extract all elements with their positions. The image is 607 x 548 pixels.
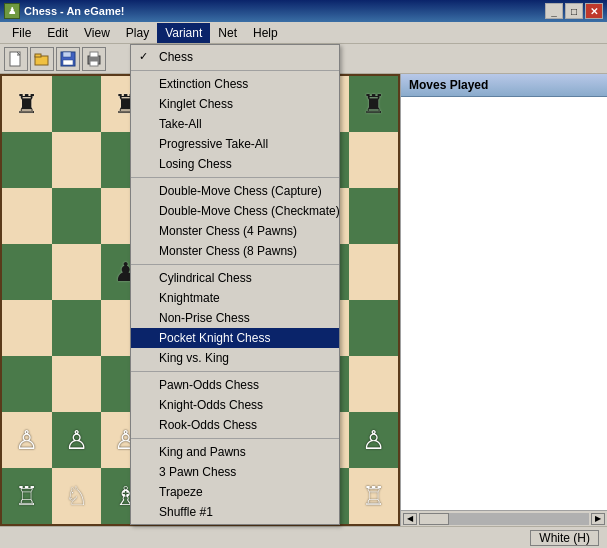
board-cell-1-0[interactable] [2,132,52,188]
menu-separator-5 [131,371,339,372]
variant-item-chess[interactable]: Chess [131,47,339,67]
menu-edit[interactable]: Edit [39,23,76,43]
menu-help[interactable]: Help [245,23,286,43]
variant-item-pawn-odds-chess[interactable]: Pawn-Odds Chess [131,375,339,395]
scroll-thumb[interactable] [419,513,449,525]
open-button[interactable] [30,47,54,71]
board-cell-2-0[interactable] [2,188,52,244]
variant-item-king-vs.-king[interactable]: King vs. King [131,348,339,368]
svg-rect-7 [90,52,98,57]
board-cell-1-1[interactable] [52,132,102,188]
moves-header: Moves Played [401,74,607,97]
svg-rect-2 [35,54,41,57]
moves-content [401,97,607,510]
close-button[interactable]: ✕ [585,3,603,19]
board-cell-3-1[interactable] [52,244,102,300]
variant-item-shuffle-1[interactable]: Shuffle #1 [131,502,339,522]
variant-item-take-all[interactable]: Take-All [131,114,339,134]
variant-item-progressive-take-all[interactable]: Progressive Take-All [131,134,339,154]
status-text: White (H) [530,530,599,546]
print-button[interactable] [82,47,106,71]
board-cell-4-1[interactable] [52,300,102,356]
board-cell-4-7[interactable] [349,300,399,356]
board-cell-0-1[interactable] [52,76,102,132]
horizontal-scrollbar: ◀ ▶ [401,510,607,526]
menu-variant[interactable]: Variant [157,23,210,43]
variant-item-knight-odds-chess[interactable]: Knight-Odds Chess [131,395,339,415]
variant-item-monster-chess-8-pawns[interactable]: Monster Chess (8 Pawns) [131,241,339,261]
maximize-button[interactable]: □ [565,3,583,19]
board-cell-0-7[interactable]: ♜ [349,76,399,132]
board-cell-2-7[interactable] [349,188,399,244]
board-cell-5-1[interactable] [52,356,102,412]
title-bar: ♟ Chess - An eGame! _ □ ✕ [0,0,607,22]
scroll-right-button[interactable]: ▶ [591,513,605,525]
variant-item-double-move-chess-checkmate[interactable]: Double-Move Chess (Checkmate) [131,201,339,221]
variant-item-knightmate[interactable]: Knightmate [131,288,339,308]
window-title: Chess - An eGame! [24,5,124,17]
variant-item-pocket-knight-chess[interactable]: Pocket Knight Chess [131,328,339,348]
minimize-button[interactable]: _ [545,3,563,19]
variant-item-monster-chess-4-pawns[interactable]: Monster Chess (4 Pawns) [131,221,339,241]
board-cell-6-1[interactable]: ♙ [52,412,102,468]
menu-separator-6 [131,438,339,439]
variant-item-extinction-chess[interactable]: Extinction Chess [131,74,339,94]
board-cell-1-7[interactable] [349,132,399,188]
variant-item-king-and-pawns[interactable]: King and Pawns [131,442,339,462]
board-cell-5-0[interactable] [2,356,52,412]
menu-bar: File Edit View Play Variant Net Help [0,22,607,44]
menu-net[interactable]: Net [210,23,245,43]
status-bar: White (H) [0,526,607,548]
board-cell-3-7[interactable] [349,244,399,300]
svg-rect-4 [63,52,71,57]
board-cell-0-0[interactable]: ♜ [2,76,52,132]
save-button[interactable] [56,47,80,71]
variant-item-rook-odds-chess[interactable]: Rook-Odds Chess [131,415,339,435]
menu-separator-4 [131,264,339,265]
board-cell-7-7[interactable]: ♖ [349,468,399,524]
variant-item-trapeze[interactable]: Trapeze [131,482,339,502]
board-cell-7-1[interactable]: ♘ [52,468,102,524]
board-cell-2-1[interactable] [52,188,102,244]
variant-item-losing-chess[interactable]: Losing Chess [131,154,339,174]
menu-view[interactable]: View [76,23,118,43]
variant-item-cylindrical-chess[interactable]: Cylindrical Chess [131,268,339,288]
variant-item-non-prise-chess[interactable]: Non-Prise Chess [131,308,339,328]
board-cell-5-7[interactable] [349,356,399,412]
svg-rect-8 [90,61,98,66]
board-cell-4-0[interactable] [2,300,52,356]
board-cell-6-7[interactable]: ♙ [349,412,399,468]
window-controls: _ □ ✕ [545,3,603,19]
scroll-track[interactable] [419,513,589,525]
variant-item-3-pawn-chess[interactable]: 3 Pawn Chess [131,462,339,482]
new-button[interactable] [4,47,28,71]
menu-separator-3 [131,177,339,178]
board-cell-6-0[interactable]: ♙ [2,412,52,468]
variant-dropdown: ChessExtinction ChessKinglet ChessTake-A… [130,44,340,525]
menu-play[interactable]: Play [118,23,157,43]
menu-file[interactable]: File [4,23,39,43]
board-cell-3-0[interactable] [2,244,52,300]
menu-separator-2 [131,70,339,71]
svg-rect-5 [63,60,73,65]
app-icon: ♟ [4,3,20,19]
variant-item-kinglet-chess[interactable]: Kinglet Chess [131,94,339,114]
board-cell-7-0[interactable]: ♖ [2,468,52,524]
variant-item-double-move-chess-capture[interactable]: Double-Move Chess (Capture) [131,181,339,201]
scroll-left-button[interactable]: ◀ [403,513,417,525]
right-panel: Moves Played ◀ ▶ [400,74,607,526]
